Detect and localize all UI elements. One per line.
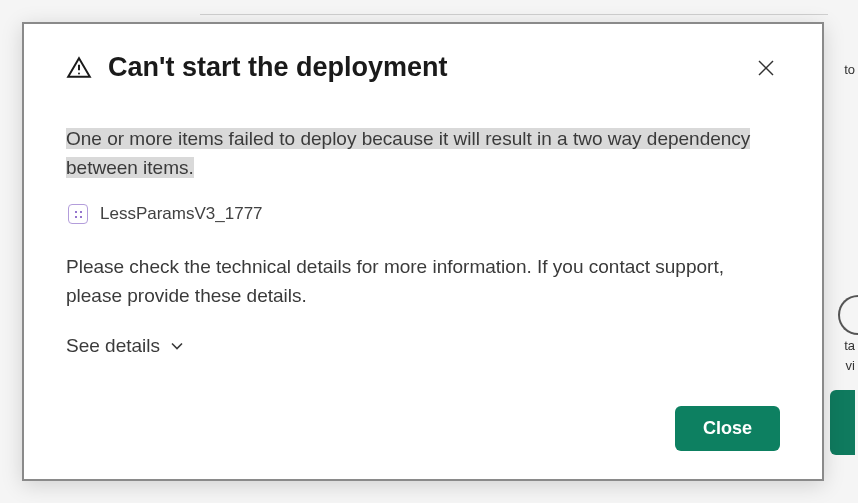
dataset-icon [68, 204, 88, 224]
dialog-header: Can't start the deployment [66, 52, 780, 83]
warning-icon [66, 55, 92, 81]
obscured-text: ta [844, 338, 855, 353]
obscured-text: to [844, 62, 855, 77]
close-icon[interactable] [752, 54, 780, 82]
obscured-button-fragment [830, 390, 855, 455]
obscured-shape [838, 295, 858, 335]
see-details-label: See details [66, 335, 160, 357]
dialog-title: Can't start the deployment [108, 52, 447, 83]
dialog-title-group: Can't start the deployment [66, 52, 447, 83]
see-details-toggle[interactable]: See details [66, 335, 780, 357]
svg-point-1 [78, 72, 80, 74]
background-divider-line [200, 14, 828, 15]
error-dialog: Can't start the deployment One or more i… [22, 22, 824, 481]
error-message-text: One or more items failed to deploy becau… [66, 128, 750, 178]
chevron-down-icon [170, 339, 184, 353]
close-button[interactable]: Close [675, 406, 780, 451]
dialog-footer: Close [66, 406, 780, 451]
obscured-text: vi [846, 358, 855, 373]
failed-item-name: LessParamsV3_1777 [100, 204, 263, 224]
support-instructions: Please check the technical details for m… [66, 252, 780, 311]
error-message: One or more items failed to deploy becau… [66, 125, 780, 182]
failed-item-row: LessParamsV3_1777 [66, 204, 780, 224]
